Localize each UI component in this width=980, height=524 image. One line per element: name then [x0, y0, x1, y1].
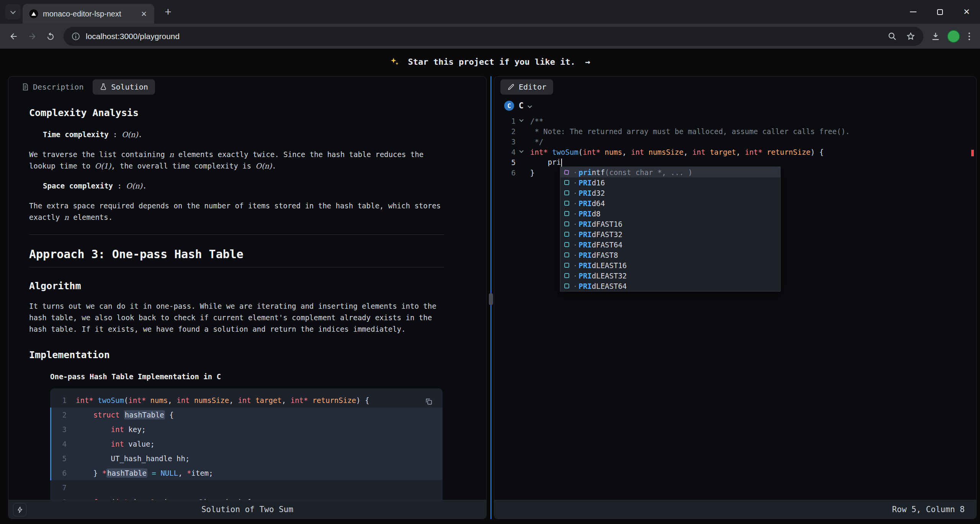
flask-icon [100, 83, 107, 91]
suggestion-item[interactable]: PRIdLEAST16 [560, 260, 780, 270]
line-number: 4 [51, 438, 67, 450]
browser-tab[interactable]: monaco-editor-lsp-next ✕ [23, 4, 154, 24]
download-icon[interactable] [930, 31, 941, 42]
reload-button[interactable] [41, 27, 60, 46]
tab-label: Solution [111, 82, 148, 92]
tab-close-icon[interactable]: ✕ [138, 8, 150, 20]
tab-editor[interactable]: Editor [500, 79, 553, 95]
forward-button[interactable] [23, 27, 41, 46]
back-button[interactable] [5, 27, 23, 46]
constant-icon [563, 272, 570, 280]
code-line: 8 for (int i = 0; i < numsSize; i++) { [50, 495, 443, 500]
editor-code-text: /** [530, 117, 543, 125]
arrow-left-icon [9, 31, 19, 41]
line-number: 1 [51, 395, 67, 406]
site-info-icon[interactable] [71, 32, 80, 41]
code-text: for (int i = 0; i < numsSize; i++) { [76, 496, 251, 500]
solution-status-bar: Solution of Two Sum [8, 500, 486, 519]
tab-title: monaco-editor-lsp-next [43, 10, 134, 18]
code-line: 4 int value; [50, 437, 443, 451]
playground-page: Star this project if you like it. → Desc… [0, 49, 980, 524]
star-project-link[interactable]: Star this project if you like it. → [0, 57, 980, 67]
suggestion-label: PRIdLEAST16 [573, 261, 627, 270]
c-language-logo-icon: C [504, 101, 514, 111]
editor-line-number: 4 [494, 148, 516, 156]
suggestion-item[interactable]: PRIdLEAST32 [560, 270, 780, 281]
line-number: 8 [51, 496, 67, 500]
monaco-editor[interactable]: 1/**2 * Note: The returned array must be… [494, 114, 976, 500]
code-caption: One-pass Hash Table Implementation in C [50, 371, 444, 382]
editor-line-number: 5 [494, 158, 516, 167]
editor-line[interactable]: 3 */ [494, 136, 976, 147]
algorithm-paragraph: It turns out we can do it in one-pass. W… [29, 300, 444, 335]
suggestion-item[interactable]: PRId32 [560, 188, 780, 198]
resize-grip-handle[interactable] [489, 293, 493, 305]
editor-line-number: 2 [494, 127, 516, 136]
text-cursor [561, 159, 562, 167]
lightning-bolt-icon [16, 506, 23, 513]
window-close-button[interactable]: ✕ [953, 0, 980, 24]
tab-label: Editor [519, 82, 546, 92]
copy-code-button[interactable] [422, 395, 436, 408]
line-number: 6 [51, 467, 67, 479]
tab-description[interactable]: Description [15, 79, 90, 95]
editor-code-text: */ [530, 138, 543, 146]
suggestion-label: PRIdFAST32 [573, 230, 622, 239]
heading-implementation: Implementation [29, 349, 444, 361]
suggestion-label: PRId8 [573, 210, 601, 218]
constant-icon [563, 282, 570, 290]
suggestion-label: PRIdLEAST64 [573, 282, 627, 290]
suggestion-item[interactable]: PRIdFAST8 [560, 250, 780, 260]
method-icon [563, 169, 570, 176]
suggestion-label: PRIdFAST8 [573, 251, 618, 259]
space-complexity-paragraph: The extra space required depends on the … [29, 200, 444, 223]
window-maximize-button[interactable] [926, 0, 953, 24]
code-line: 7 [50, 480, 443, 495]
tab-solution[interactable]: Solution [93, 79, 155, 95]
suggestion-item[interactable]: PRIdLEAST64 [560, 281, 780, 291]
address-bar[interactable]: localhost:3000/playground [64, 27, 923, 46]
tab-search-button[interactable] [5, 4, 21, 20]
language-selector[interactable] [528, 102, 531, 110]
panel-resize-divider[interactable] [490, 76, 492, 519]
suggestion-item[interactable]: PRIdFAST64 [560, 239, 780, 250]
cursor-position-text: Row 5, Column 8 [494, 505, 976, 514]
chevron-down-icon [528, 103, 532, 108]
window-minimize-button[interactable] [900, 0, 926, 24]
line-number: 5 [51, 453, 67, 464]
suggestion-item[interactable]: PRIdFAST32 [560, 229, 780, 239]
editor-line[interactable]: 2 * Note: The returned array must be mal… [494, 126, 976, 136]
constant-icon [563, 241, 570, 249]
code-text: int value; [76, 438, 155, 450]
suggestion-item[interactable]: PRId64 [560, 198, 780, 208]
editor-line-number: 1 [494, 117, 516, 125]
editor-line[interactable]: 5 pri [494, 157, 976, 167]
constant-icon [563, 262, 570, 269]
constant-icon [563, 220, 570, 228]
suggestion-item[interactable]: PRId16 [560, 177, 780, 188]
code-line: 5 UT_hash_handle hh; [50, 451, 443, 466]
editor-line[interactable]: 1/** [494, 116, 976, 126]
fold-chevron-icon[interactable] [516, 120, 527, 122]
editor-line[interactable]: 4int* twoSum(int* nums, int numsSize, in… [494, 147, 976, 157]
new-tab-button[interactable]: + [160, 4, 176, 20]
space-complexity-line: Space complexity : O(n). [43, 180, 444, 192]
suggestion-item[interactable]: printf(const char *, ... ) [560, 167, 780, 177]
suggestion-label: PRIdLEAST32 [573, 272, 627, 280]
solution-panel: Description Solution Complexity Analysis… [8, 76, 487, 519]
bookmark-star-icon[interactable] [906, 31, 916, 41]
line-number: 2 [51, 409, 67, 421]
editor-line-number: 6 [494, 169, 516, 177]
suggestion-item[interactable]: PRIdFAST16 [560, 219, 780, 229]
zoom-icon[interactable] [887, 31, 897, 41]
menu-kebab-icon[interactable] [966, 30, 972, 43]
code-line: 6 } *hashTable = NULL, *item; [50, 466, 443, 480]
constant-icon [563, 189, 570, 197]
suggestion-item[interactable]: PRId8 [560, 208, 780, 219]
actions-button[interactable] [13, 503, 26, 516]
document-icon [21, 83, 29, 91]
autocomplete-widget: printf(const char *, ... )PRId16PRId32PR… [560, 167, 781, 291]
profile-avatar[interactable] [947, 30, 960, 43]
suggestion-label: PRId16 [573, 178, 605, 187]
fold-chevron-icon[interactable] [516, 151, 527, 153]
